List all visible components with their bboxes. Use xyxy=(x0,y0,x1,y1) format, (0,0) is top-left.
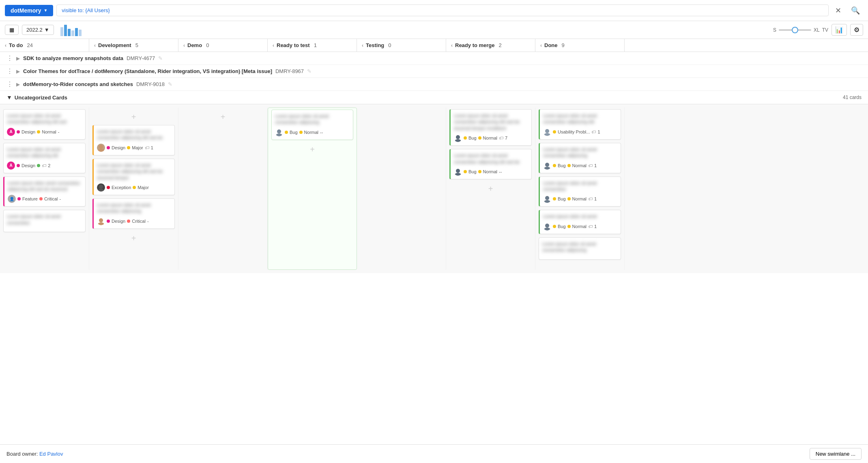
svg-point-6 xyxy=(277,129,281,134)
issue-group-menu-1[interactable]: ⋮ xyxy=(6,54,13,62)
type-tag-done-2: Bug xyxy=(558,163,566,168)
edit-icon-3[interactable]: ✎ xyxy=(168,81,172,87)
avatar-dev-2 xyxy=(97,183,105,192)
type-tag-done-4: Bug xyxy=(558,224,566,229)
col-arrow-ready-merge: ‹ xyxy=(451,43,453,48)
edit-icon-2[interactable]: ✎ xyxy=(307,68,312,74)
issue-group-3[interactable]: ⋮ ▶ dotMemory-to-Rider concepts and sket… xyxy=(0,78,868,91)
card-todo-1[interactable]: Lorem ipsum dolor sit amet consectetur a… xyxy=(3,109,86,140)
card-ready-merge-1[interactable]: Lorem ipsum dolor sit amet consectetur a… xyxy=(449,109,532,146)
type-dot-dev-3 xyxy=(107,220,110,223)
lane-ready-merge: Lorem ipsum dolor sit amet consectetur a… xyxy=(446,108,535,270)
chart-view-button[interactable]: 📊 xyxy=(831,24,847,36)
card-done-2[interactable]: Lorem ipsum dolor sit amet consectetur a… xyxy=(539,143,621,173)
issue-group-menu-2[interactable]: ⋮ xyxy=(6,67,13,75)
card-done-5[interactable]: Lorem ipsum dolor sit amet consectetur a… xyxy=(539,237,621,260)
priority-tag-dev-2: Major xyxy=(138,185,149,190)
expand-icon-1[interactable]: ▶ xyxy=(16,56,20,61)
col-count-todo: 24 xyxy=(27,42,32,48)
visibility-bar: visible to: {All Users} xyxy=(56,4,829,16)
expand-icon-2[interactable]: ▶ xyxy=(16,69,20,74)
edit-icon-1[interactable]: ✎ xyxy=(158,55,163,61)
card-dev-3[interactable]: Lorem ipsum dolor sit amet consectetur a… xyxy=(92,198,175,229)
col-header-todo: ‹ To do 24 xyxy=(0,39,89,52)
card-done-3[interactable]: Lorem ipsum dolor sit amet consectetur B… xyxy=(539,177,621,207)
chart-bar-3 xyxy=(68,29,71,36)
board-view-button[interactable]: ▦ xyxy=(5,25,19,35)
settings-button[interactable]: ⚙ xyxy=(850,24,863,36)
card-todo-2[interactable]: Lorem ipsum dolor sit amet consectetur a… xyxy=(3,143,86,173)
card-todo-4[interactable]: Lorem ipsum dolor sit amet consectetur xyxy=(3,210,86,232)
issue-group-2[interactable]: ⋮ ▶ Color Themes for dotTrace / dotMemor… xyxy=(0,65,868,78)
add-card-ready-merge[interactable]: + xyxy=(449,183,532,195)
avatar-done-4 xyxy=(543,222,551,230)
col-name-dev: Development xyxy=(98,42,131,48)
add-card-ready-test[interactable]: + xyxy=(271,143,353,156)
svg-point-19 xyxy=(544,228,550,230)
tag-count-done-4: 1 xyxy=(594,224,597,229)
card-done-4[interactable]: Lorem ipsum dolor sit amet Bug Normal 🏷 … xyxy=(539,210,621,234)
card-text-ready-test-1: Lorem ipsum dolor sit amet consectetur a… xyxy=(275,113,350,126)
app-menu-button[interactable]: dotMemory ▼ xyxy=(5,5,53,16)
tag-count-done-1: 1 xyxy=(597,129,600,134)
type-tag-todo-1: Design xyxy=(21,129,35,134)
tag-icon-done-4: 🏷 xyxy=(588,224,593,229)
col-count-done: 9 xyxy=(562,42,565,48)
board-owner-link[interactable]: Ed Pavlov xyxy=(39,451,63,457)
card-text-done-4: Lorem ipsum dolor sit amet xyxy=(543,213,617,220)
priority-tag-ready-test-1: Normal xyxy=(304,130,318,135)
card-footer-done-4: Bug Normal 🏷 1 xyxy=(543,222,617,230)
chevron-down-icon: ▼ xyxy=(44,27,49,33)
col-count-dev: 5 xyxy=(135,42,138,48)
issue-group-id-2: DMRY-8967 xyxy=(275,68,304,74)
card-dev-1[interactable]: Lorem ipsum dolor sit amet consectetur a… xyxy=(92,125,175,155)
col-header-testing: ‹ Testing 0 xyxy=(357,39,446,52)
card-ready-test-1[interactable]: Lorem ipsum dolor sit amet consectetur a… xyxy=(271,110,353,140)
type-tag-todo-2: Design xyxy=(21,163,35,168)
dash-ready-test-1: -- xyxy=(320,130,323,135)
card-dev-2[interactable]: Lorem ipsum dolor sit amet consectetur a… xyxy=(92,159,175,195)
priority-dot-done-3 xyxy=(567,197,571,200)
issue-group-menu-3[interactable]: ⋮ xyxy=(6,80,13,88)
col-name-demo: Demo xyxy=(187,42,202,48)
col-name-ready-merge: Ready to merge xyxy=(455,42,495,48)
issue-groups: ⋮ ▶ SDK to analyze memory snapshots data… xyxy=(0,52,868,91)
close-button[interactable]: ✕ xyxy=(832,4,844,17)
lane-ready-test: Lorem ipsum dolor sit amet consectetur a… xyxy=(268,108,357,270)
priority-tag-dev-1: Major xyxy=(132,145,143,150)
expand-icon-3[interactable]: ▶ xyxy=(16,82,20,87)
svg-point-18 xyxy=(545,224,549,228)
type-dot-todo-1 xyxy=(17,130,20,134)
card-done-1[interactable]: Lorem ipsum dolor sit amet consectetur a… xyxy=(539,109,621,140)
card-text-done-1: Lorem ipsum dolor sit amet consectetur a… xyxy=(543,113,617,125)
slider-thumb[interactable] xyxy=(792,27,798,33)
chart-bar-2 xyxy=(64,25,67,36)
add-card-development[interactable]: + xyxy=(92,111,175,123)
new-swimlane-button[interactable]: New swimlane ... xyxy=(810,448,862,460)
type-dot-todo-2 xyxy=(17,164,20,167)
card-todo-3[interactable]: Lorem ipsum dolor amet consectetur adipi… xyxy=(3,177,86,207)
visibility-scope: {All Users} xyxy=(85,7,110,13)
issue-group-1[interactable]: ⋮ ▶ SDK to analyze memory snapshots data… xyxy=(0,52,868,65)
tag-count-done-3: 1 xyxy=(594,196,597,201)
chart-bar-4 xyxy=(71,30,74,36)
priority-dot-dev-3 xyxy=(127,220,130,223)
avatar-done-1 xyxy=(543,128,551,136)
col-header-ready-merge: ‹ Ready to merge 2 xyxy=(446,39,535,52)
card-footer-todo-2: A Design 🏷 2 xyxy=(7,162,82,170)
avatar-dev-3 xyxy=(97,217,105,225)
add-card-demo[interactable]: + xyxy=(182,111,264,123)
uncategorized-collapse-icon[interactable]: ▼ xyxy=(6,94,12,101)
search-button[interactable]: 🔍 xyxy=(848,4,863,17)
sprint-selector[interactable]: 2022.2 ▼ xyxy=(22,25,54,35)
card-footer-done-3: Bug Normal 🏷 1 xyxy=(543,195,617,203)
avatar-ready-test-1 xyxy=(275,128,283,136)
board-icon: ▦ xyxy=(9,27,14,33)
add-card-development-bottom[interactable]: + xyxy=(92,232,175,245)
col-name-testing: Testing xyxy=(366,42,384,48)
slider-track[interactable] xyxy=(779,29,811,31)
card-ready-merge-2[interactable]: Lorem ipsum dolor sit amet consectetur a… xyxy=(449,149,532,179)
tag-count-done-2: 1 xyxy=(594,163,597,168)
type-dot-done-1 xyxy=(553,130,556,134)
priority-dot-done-2 xyxy=(567,164,571,167)
